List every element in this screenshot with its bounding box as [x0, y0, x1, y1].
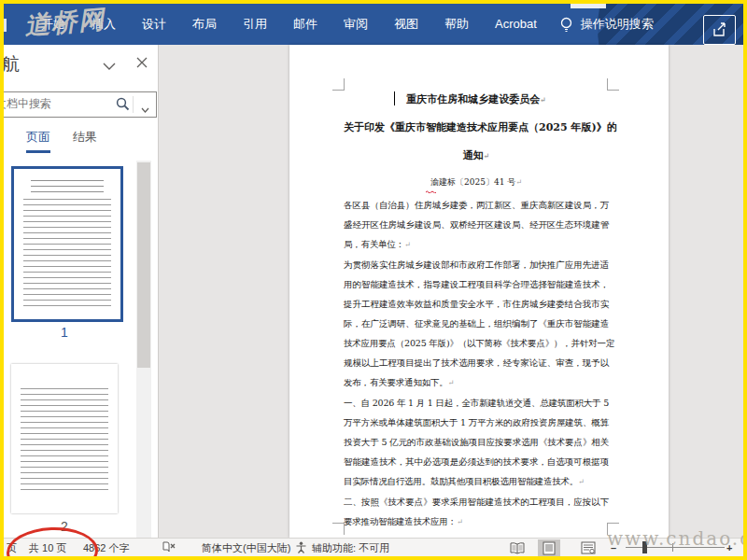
doc-body-line: 为贯彻落实住房城乡建设部和市政府工作部署，加快推广应用先进适	[344, 255, 609, 274]
watermark-cndao: www.cndao.com	[607, 527, 747, 550]
nav-tab-pages[interactable]: 页面	[26, 129, 50, 153]
thumbnail-1-label: 1	[11, 325, 118, 340]
paragraph-mark: ↵	[515, 178, 522, 187]
read-mode-icon	[510, 542, 525, 554]
doc-body-line: 发布，有关要求通知如下。↵	[344, 372, 609, 393]
thumbnail-title-lines	[31, 180, 104, 195]
tab-help[interactable]: 帮助	[431, 4, 482, 45]
document-page[interactable]: 重庆市住房和城乡建设委员会↵ 关于印发《重庆市智能建造技术应用要点（2025 年…	[289, 45, 669, 538]
file-tab-fragment	[4, 19, 7, 32]
doc-body-line: 二、按照《技术要点》要求采用智能建造技术的工程项目，应按以下	[344, 492, 609, 511]
proofing-errors-icon[interactable]	[162, 540, 176, 555]
search-divider	[133, 96, 134, 113]
doc-body-line: 各区县（自治县）住房城乡建委，两江新区、重庆高新区建设局，万	[344, 195, 609, 215]
doc-body-line: 一、自 2026 年 1 月 1 日起，全市新建轨道交通、总建筑面积大于 5	[344, 393, 609, 413]
paragraph-mark: ↵	[578, 478, 585, 486]
nav-tab-results[interactable]: 结果	[73, 129, 97, 146]
navigation-pane: 导航 页面 结果 1	[4, 45, 159, 538]
lightbulb-icon	[559, 17, 573, 33]
doc-title-line: 关于印发《重庆市智能建造技术应用要点（2025 年版)》的	[344, 114, 609, 142]
document-text: 重庆市住房和城乡建设委员会↵ 关于印发《重庆市智能建造技术应用要点（2025 年…	[344, 86, 609, 532]
watermark-daoqiaowang: 道桥网	[23, 2, 107, 42]
language-status[interactable]: 简体中文(中国大陆)	[202, 541, 290, 555]
tab-acrobat[interactable]: Acrobat	[482, 4, 550, 45]
tab-references[interactable]: 引用	[230, 4, 280, 45]
tab-design[interactable]: 设计	[129, 4, 179, 45]
paragraph-mark: ↵	[457, 518, 463, 526]
navigation-search-box	[0, 91, 157, 118]
share-button[interactable]	[703, 15, 736, 45]
doc-body-line: 提升工程建造效率效益和质量安全水平，市住房城乡建委结合我市实	[344, 294, 609, 314]
paragraph-mark: ↵	[484, 151, 490, 161]
doc-number-line: 渝建标〔2025〕41 号↵	[344, 170, 609, 195]
doc-body-line: 投资大于 5 亿元的市政基础设施项目应按要求选用《技术要点》相关	[344, 432, 609, 452]
doc-body-line: 盛经开区住房城乡建设局、双桥经开区建设局、经开区生态环境建管	[344, 215, 609, 234]
doc-body-line: 局，有关单位：↵	[344, 234, 609, 255]
spellcheck-squiggle	[426, 190, 436, 193]
search-input[interactable]	[0, 92, 124, 115]
page-thumbnail-1[interactable]	[11, 166, 123, 322]
thumbnail-text-lines	[21, 388, 108, 491]
thumbnails-scrollbar[interactable]	[136, 161, 151, 538]
doc-body-line: 技术应用要点（2025 年版)》（以下简称《技术要点》），并针对一定	[344, 333, 609, 353]
doc-title-line: 通知↵	[344, 142, 609, 170]
tab-layout[interactable]: 布局	[179, 4, 230, 45]
navigation-tabs: 页面 结果	[4, 125, 158, 153]
doc-body-line: 目实际情况自行选用。鼓励其他项目积极选用智能建造技术。↵	[344, 471, 609, 492]
search-icon[interactable]	[116, 97, 130, 115]
tell-me-search[interactable]: 操作说明搜索	[559, 16, 654, 33]
ribbon-tab-bar: 开始 插入 设计 布局 引用 邮件 审阅 视图 帮助 Acrobat 操作说明搜…	[4, 4, 743, 45]
paragraph-mark: ↵	[404, 241, 411, 249]
doc-body-line: 用的智能建造技术，指导建设工程项目科学合理选择智能建造技术，	[344, 274, 609, 294]
tab-mailings[interactable]: 邮件	[280, 4, 331, 45]
navigation-pane-title: 导航	[0, 52, 20, 77]
print-layout-icon	[543, 541, 556, 555]
ribbon-tabs: 开始 插入 设计 布局 引用 邮件 审阅 视图 帮助 Acrobat 操作说明搜…	[28, 4, 654, 45]
accessibility-status[interactable]: 辅助功能: 不可用	[312, 541, 389, 555]
web-layout-button[interactable]	[577, 539, 599, 556]
doc-title-line: 重庆市住房和城乡建设委员会↵	[344, 86, 609, 114]
doc-body-line: 万平方米或单体建筑面积大于 1 万平方米的政府投资房屋建筑、概算	[344, 413, 609, 432]
paragraph-mark: ↵	[540, 95, 546, 105]
word-window: 开始 插入 设计 布局 引用 邮件 审阅 视图 帮助 Acrobat 操作说明搜…	[0, 0, 747, 560]
thumbnail-text-lines	[23, 199, 111, 309]
doc-body-line: 智能建造技术，其中必选项是必须达到的技术要求，自选项可根据项	[344, 452, 609, 471]
tab-review[interactable]: 审阅	[331, 4, 381, 45]
doc-body-line: 际，在广泛调研、征求意见的基础上，组织编制了《重庆市智能建造	[344, 314, 609, 333]
search-dropdown-chevron-icon[interactable]	[141, 100, 149, 117]
read-mode-button[interactable]	[506, 539, 529, 556]
scrollbar-thumb[interactable]	[137, 162, 150, 368]
paragraph-mark: ↵	[448, 379, 455, 387]
doc-body-line: 要求推动智能建造技术应用：↵	[344, 511, 609, 532]
page-thumbnail-2[interactable]	[11, 364, 118, 513]
share-icon	[712, 21, 728, 38]
tab-view[interactable]: 视图	[381, 4, 431, 45]
pane-close-icon[interactable]	[136, 55, 148, 72]
print-layout-button[interactable]	[538, 539, 560, 556]
accessibility-icon[interactable]	[295, 541, 307, 555]
pane-options-chevron-icon[interactable]	[103, 58, 116, 75]
tell-me-label: 操作说明搜索	[581, 16, 654, 33]
doc-body-line: 规模以上工程项目提出了技术选用要求，经专家论证、审查，现予以	[344, 353, 609, 372]
web-layout-icon	[581, 541, 596, 554]
